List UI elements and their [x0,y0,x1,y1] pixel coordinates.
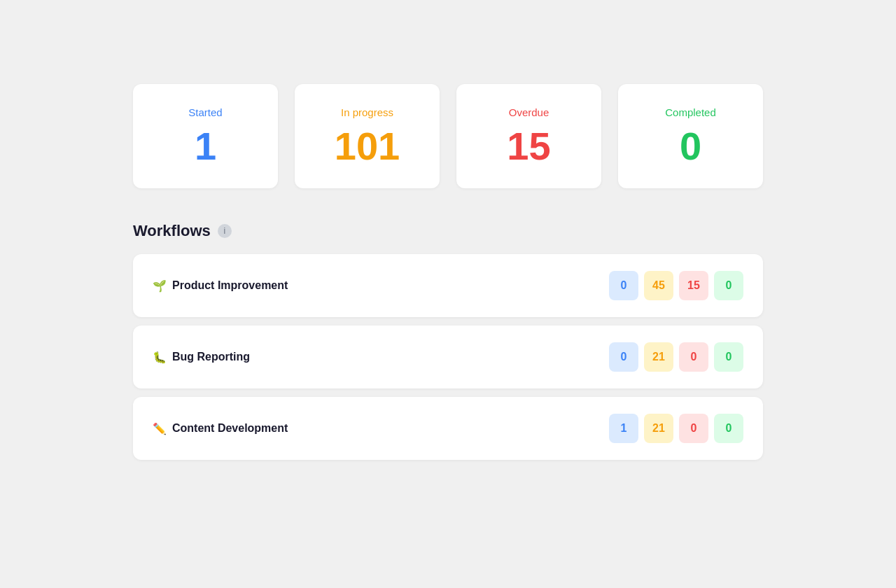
workflow-title-content-development: Content Development [172,422,288,435]
badge-bug-reporting-blue-0: 0 [609,342,638,372]
badge-product-improvement-red-2: 15 [679,271,708,300]
badge-content-development-yellow-1: 21 [644,414,673,443]
stat-label-in-progress: In progress [341,106,393,118]
stats-row: Started1In progress101Overdue15Completed… [133,84,763,188]
workflow-emoji-bug-reporting: 🐛 [153,351,167,364]
stat-label-started: Started [188,106,222,118]
workflow-list: 🌱Product Improvement045150🐛Bug Reporting… [133,254,763,460]
stat-value-started: 1 [195,127,216,166]
workflow-name-content-development: ✏️Content Development [153,422,288,435]
stat-value-completed: 0 [680,127,701,166]
stat-card-in-progress: In progress101 [295,84,440,188]
badge-content-development-green-3: 0 [714,414,743,443]
info-icon-symbol: i [223,226,225,236]
workflow-badges-bug-reporting: 02100 [609,342,743,372]
workflow-card-product-improvement[interactable]: 🌱Product Improvement045150 [133,254,763,317]
workflow-badges-content-development: 12100 [609,414,743,443]
badge-content-development-red-2: 0 [679,414,708,443]
stat-value-overdue: 15 [507,127,550,166]
workflow-emoji-content-development: ✏️ [153,422,167,435]
workflow-name-bug-reporting: 🐛Bug Reporting [153,351,250,364]
badge-bug-reporting-yellow-1: 21 [644,342,673,372]
workflows-title: Workflows [133,222,211,240]
workflows-header: Workflows i [133,222,763,240]
workflow-emoji-product-improvement: 🌱 [153,279,167,293]
workflow-title-bug-reporting: Bug Reporting [172,351,250,363]
stat-card-completed: Completed0 [618,84,763,188]
stat-card-started: Started1 [133,84,278,188]
workflow-card-bug-reporting[interactable]: 🐛Bug Reporting02100 [133,326,763,388]
workflow-title-product-improvement: Product Improvement [172,279,288,292]
stat-card-overdue: Overdue15 [456,84,601,188]
workflow-name-product-improvement: 🌱Product Improvement [153,279,288,293]
workflow-card-content-development[interactable]: ✏️Content Development12100 [133,397,763,460]
stat-label-overdue: Overdue [509,106,550,118]
stat-value-in-progress: 101 [335,127,400,166]
stat-label-completed: Completed [665,106,716,118]
badge-product-improvement-blue-0: 0 [609,271,638,300]
badge-product-improvement-yellow-1: 45 [644,271,673,300]
badge-bug-reporting-red-2: 0 [679,342,708,372]
page-container: Started1In progress101Overdue15Completed… [133,0,763,488]
info-icon[interactable]: i [218,224,232,238]
badge-bug-reporting-green-3: 0 [714,342,743,372]
workflow-badges-product-improvement: 045150 [609,271,743,300]
badge-content-development-blue-0: 1 [609,414,638,443]
badge-product-improvement-green-3: 0 [714,271,743,300]
